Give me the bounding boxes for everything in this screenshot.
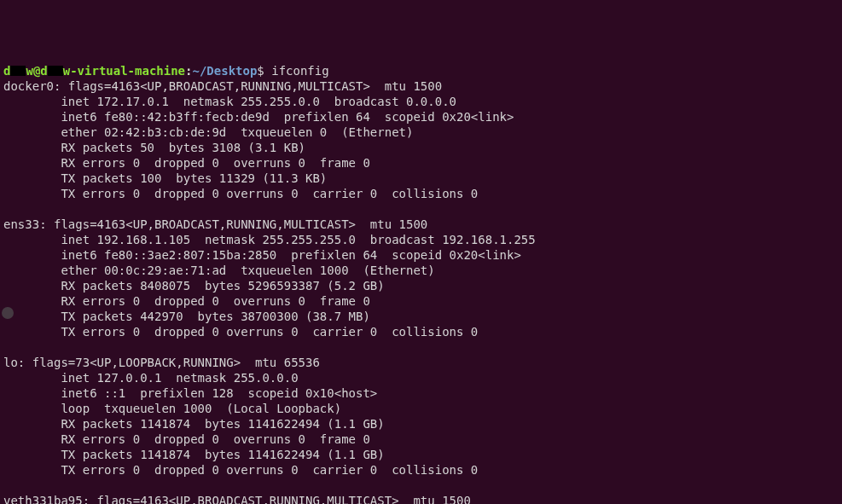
iface-docker0-txpackets: TX packets 100 bytes 11329 (11.3 KB) bbox=[3, 171, 327, 185]
iface-docker0-inet: inet 172.17.0.1 netmask 255.255.0.0 broa… bbox=[3, 95, 456, 108]
iface-ens33-txerrors: TX errors 0 dropped 0 overruns 0 carrier… bbox=[3, 325, 478, 339]
iface-lo-txerrors: TX errors 0 dropped 0 overruns 0 carrier… bbox=[3, 463, 478, 477]
iface-docker0-txerrors: TX errors 0 dropped 0 overruns 0 carrier… bbox=[3, 187, 478, 200]
prompt-host-suffix: w-virtual-machine bbox=[63, 64, 185, 78]
iface-docker0-ether: ether 02:42:b3:cb:de:9d txqueuelen 0 (Et… bbox=[3, 125, 413, 139]
iface-lo-inet6: inet6 ::1 prefixlen 128 scopeid 0x10<hos… bbox=[3, 386, 377, 400]
iface-veth-header: veth331ba95: flags=4163<UP,BROADCAST,RUN… bbox=[3, 494, 471, 504]
iface-ens33-inet6: inet6 fe80::3ae2:807:15ba:2850 prefixlen… bbox=[3, 248, 521, 262]
iface-lo-loop: loop txqueuelen 1000 (Local Loopback) bbox=[3, 402, 341, 415]
iface-lo-header: lo: flags=73<UP,LOOPBACK,RUNNING> mtu 65… bbox=[3, 356, 320, 369]
iface-ens33-txpackets: TX packets 442970 bytes 38700300 (38.7 M… bbox=[3, 310, 370, 323]
prompt-user-prefix: d bbox=[3, 64, 10, 78]
prompt-dollar: $ bbox=[257, 64, 264, 78]
iface-ens33-rxpackets: RX packets 8408075 bytes 5296593387 (5.2… bbox=[3, 279, 385, 293]
terminal-output[interactable]: dw@dw-virtual-machine:~/Desktop$ ifconfi… bbox=[3, 63, 839, 504]
iface-lo-rxpackets: RX packets 1141874 bytes 1141622494 (1.1… bbox=[3, 417, 385, 431]
iface-lo-inet: inet 127.0.0.1 netmask 255.0.0.0 bbox=[3, 371, 299, 385]
prompt-host-prefix: d bbox=[40, 64, 47, 78]
iface-ens33-ether: ether 00:0c:29:ae:71:ad txqueuelen 1000 … bbox=[3, 264, 435, 277]
iface-docker0-inet6: inet6 fe80::42:b3ff:fecb:de9d prefixlen … bbox=[3, 110, 514, 124]
iface-docker0-rxerrors: RX errors 0 dropped 0 overruns 0 frame 0 bbox=[3, 156, 370, 170]
iface-ens33-rxerrors: RX errors 0 dropped 0 overruns 0 frame 0 bbox=[3, 294, 370, 308]
command-text: ifconfig bbox=[271, 64, 328, 78]
iface-ens33-inet: inet 192.168.1.105 netmask 255.255.255.0… bbox=[3, 233, 536, 246]
cursor-icon bbox=[2, 307, 14, 319]
iface-docker0-header: docker0: flags=4163<UP,BROADCAST,RUNNING… bbox=[3, 79, 442, 93]
iface-docker0-rxpackets: RX packets 50 bytes 3108 (3.1 KB) bbox=[3, 141, 305, 154]
iface-ens33-header: ens33: flags=4163<UP,BROADCAST,RUNNING,M… bbox=[3, 217, 427, 231]
censored-icon bbox=[10, 66, 26, 76]
prompt-path: ~/Desktop bbox=[192, 64, 257, 78]
iface-lo-rxerrors: RX errors 0 dropped 0 overruns 0 frame 0 bbox=[3, 432, 370, 446]
iface-lo-txpackets: TX packets 1141874 bytes 1141622494 (1.1… bbox=[3, 448, 385, 461]
censored-icon bbox=[48, 66, 63, 76]
prompt-user-suffix: w bbox=[26, 64, 32, 78]
